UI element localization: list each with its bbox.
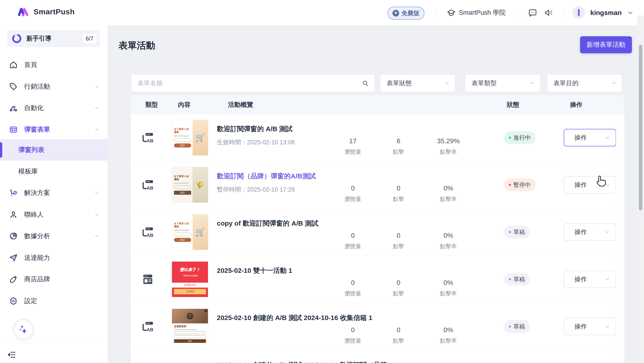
sidebar-item-settings[interactable]: 設定	[0, 293, 108, 309]
table-row[interactable]: 雙11来了！下單即享5折優惠! 12345678 ⧉ 立即購買 2025-02-…	[131, 256, 624, 303]
ab-test-type-icon: AB	[142, 321, 154, 332]
campaign-title[interactable]: 歡迎訂閱（品牌）彈窗的A/B測試	[217, 172, 316, 181]
form-status-dropdown[interactable]: 表單狀態	[380, 75, 455, 92]
views-label: 瀏覽量	[335, 290, 371, 297]
chevron-down-icon	[94, 233, 100, 239]
ab-test-type-icon: AB	[142, 180, 154, 190]
announcement-speaker-icon[interactable]	[544, 0, 553, 26]
campaign-thumbnail[interactable]: 次下單享 9 折優惠提交 🌾	[172, 167, 208, 203]
divider	[436, 9, 436, 17]
graduation-cap-icon	[447, 8, 456, 17]
sidebar-item-popup-forms[interactable]: 彈窗表單	[0, 121, 108, 138]
table-row[interactable]: 次下單享 9 折優惠提交 🌾 2025-01-20 創建的 A/B 測試 202…	[131, 350, 624, 363]
plan-badge[interactable]: ⚑ 免費版	[388, 7, 424, 20]
campaign-title[interactable]: 2025-01-20 創建的 A/B 測試 2025-01-20 歡迎訂閱（品牌…	[217, 360, 399, 363]
chevron-up-icon	[94, 127, 100, 132]
academy-link[interactable]: SmartPush 學院	[447, 0, 506, 26]
form-purpose-dropdown[interactable]: 表單目的	[547, 75, 622, 92]
campaign-thumbnail[interactable]: 😄✕ 交個朋友吧 提交	[172, 309, 208, 344]
settings-icon	[9, 296, 18, 305]
views-label: 瀏覽量	[335, 148, 371, 156]
clicks-value: 0	[380, 326, 416, 333]
onboarding-guide-card[interactable]: 新手引導 6/7	[7, 30, 100, 47]
search-icon[interactable]	[362, 80, 369, 87]
ctr-label: 點擊率	[430, 195, 466, 203]
campaign-title[interactable]: 2025-02-10 雙十一活動 1	[217, 266, 292, 275]
smartpush-app: SmartPush ⚑ 免費版 SmartPush 學院	[0, 0, 644, 363]
ctr-label: 點擊率	[430, 148, 466, 156]
clicks-value: 0	[380, 232, 416, 239]
ctr-value: 0%	[430, 326, 466, 333]
sidebar-item-popup-list[interactable]: 彈窗列表	[0, 139, 108, 161]
search-input[interactable]	[131, 75, 375, 92]
collapse-sidebar-icon[interactable]	[8, 350, 16, 359]
campaign-title[interactable]: copy of 歡迎訂閱彈窗的 A/B 測試	[217, 219, 318, 228]
table-row[interactable]: AB 次下單享 9 折優惠提交 🌾 歡迎訂閱（品牌）彈窗的A/B測試 暫停時間：…	[131, 161, 624, 209]
feedback-chat-icon[interactable]	[528, 0, 537, 26]
sidebar-item-deliverability[interactable]: 送達能力	[0, 249, 108, 266]
divider	[0, 343, 108, 343]
table-row[interactable]: AB 次下單享 9 折優惠提交 🛒 copy of 歡迎訂閱彈窗的 A/B 測試…	[131, 209, 624, 256]
clicks-label: 點擊	[380, 148, 416, 156]
page-scrollbar-thumb[interactable]	[639, 45, 642, 210]
svg-text:AB: AB	[147, 232, 154, 237]
views-value: 17	[335, 137, 371, 145]
table-row[interactable]: AB 😄✕ 交個朋友吧 提交 2025-02-10 創建的 A/B 測試 202…	[131, 303, 624, 350]
status-badge: 進行中	[504, 131, 536, 144]
sidebar-item-campaigns[interactable]: 行銷活動	[0, 78, 108, 95]
sidebar-item-solutions[interactable]: 解決方案	[0, 185, 108, 201]
views-label: 瀏覽量	[335, 337, 371, 344]
campaign-thumbnail[interactable]: 次下單享 9 折優惠提交 🛒	[172, 214, 208, 250]
status-badge: 草稿	[504, 273, 530, 286]
form-type-dropdown[interactable]: 表單類型	[465, 75, 540, 92]
sidebar-item-home[interactable]: 首頁	[0, 57, 108, 73]
progress-ring-icon	[12, 33, 22, 44]
table-header: 類型 內容 活動概覽 狀態 操作	[131, 95, 624, 114]
sidebar-item-template-library[interactable]: 模板庫	[0, 163, 108, 180]
user-menu[interactable]: kingsman	[590, 0, 633, 26]
chevron-down-icon	[444, 80, 450, 86]
chevron-down-icon	[628, 10, 633, 16]
avatar[interactable]	[572, 6, 585, 19]
clicks-value: 0	[380, 279, 416, 286]
ab-test-type-icon: AB	[142, 227, 154, 237]
cart-clock-icon	[9, 188, 18, 197]
popup-form-icon	[9, 125, 18, 134]
campaign-subtitle: 生效時間：2025-02-10 13:08	[217, 138, 295, 146]
action-dropdown-button[interactable]: 操作	[564, 271, 616, 288]
action-dropdown-button[interactable]: 操作	[564, 318, 616, 335]
friends-photo: 😄✕	[172, 309, 208, 323]
chevron-down-icon	[604, 276, 610, 282]
brand-logo[interactable]: SmartPush	[18, 7, 75, 17]
campaign-thumbnail[interactable]: 雙11来了！下單即享5折優惠! 12345678 ⧉ 立即購買	[172, 261, 208, 297]
chevron-down-icon	[94, 190, 100, 196]
avatar-initial	[578, 9, 580, 16]
person-icon	[9, 210, 18, 219]
form-campaign-table: 類型 內容 活動概覽 狀態 操作 AB 次下單享 9 折優惠提交 🛒 歡迎訂閱彈…	[131, 95, 624, 363]
vase-illustration: 🌾	[192, 167, 208, 203]
sidebar-item-store-branding[interactable]: 商店品牌	[0, 271, 108, 288]
action-dropdown-button[interactable]: 操作	[564, 129, 616, 146]
views-value: 0	[335, 232, 371, 239]
ai-assistant-button[interactable]	[15, 320, 32, 338]
campaign-title[interactable]: 歡迎訂閱彈窗的 A/B 測試	[217, 124, 292, 134]
new-form-campaign-button[interactable]: 新增表單活動	[580, 36, 632, 53]
popup-type-icon	[142, 274, 154, 284]
chevron-down-icon	[611, 80, 617, 86]
ctr-label: 點擊率	[430, 290, 466, 297]
sidebar-item-automation[interactable]: 自動化	[0, 100, 108, 116]
ctr-value: 0%	[430, 232, 466, 239]
chevron-down-icon	[529, 80, 535, 86]
campaign-title[interactable]: 2025-02-10 創建的 A/B 測試 2024-10-16 收集信箱 1	[217, 313, 372, 322]
action-dropdown-button[interactable]: 操作	[564, 223, 616, 241]
action-dropdown-button[interactable]: 操作	[564, 176, 616, 194]
views-value: 0	[335, 185, 371, 192]
svg-text:AB: AB	[147, 138, 154, 143]
pie-chart-icon	[9, 232, 18, 241]
sidebar-item-analytics[interactable]: 數據分析	[0, 228, 108, 244]
progress-count: 6/7	[82, 34, 96, 44]
ctr-label: 點擊率	[430, 337, 466, 344]
campaign-thumbnail[interactable]: 次下單享 9 折優惠提交 🛒	[172, 120, 208, 156]
sidebar-item-contacts[interactable]: 聯絡人	[0, 206, 108, 223]
table-row[interactable]: AB 次下單享 9 折優惠提交 🛒 歡迎訂閱彈窗的 A/B 測試 生效時間：20…	[131, 114, 624, 161]
